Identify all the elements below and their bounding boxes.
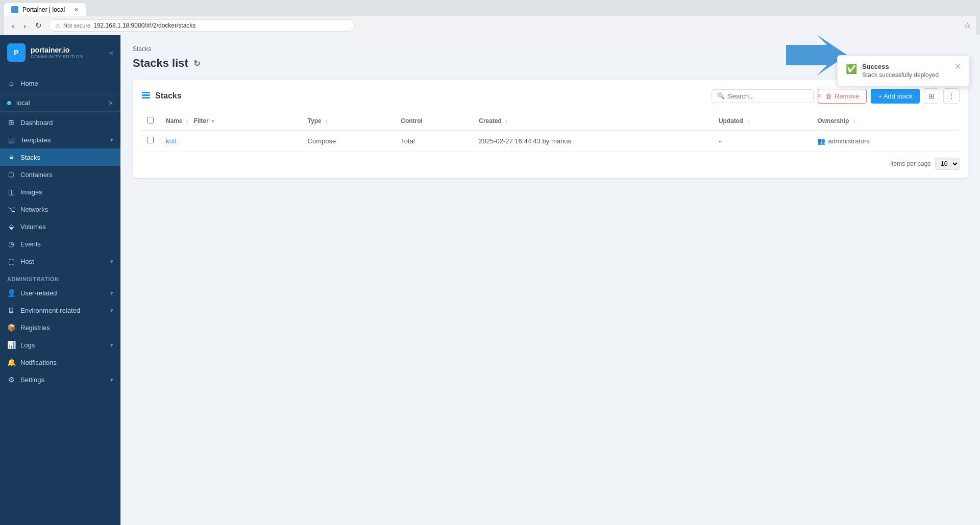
sidebar-item-logs[interactable]: 📊 Logs ▾ xyxy=(0,336,120,354)
table-row: kutt Compose Total 2025-02-27 16:44:43 b… xyxy=(141,131,960,152)
settings-label: Settings xyxy=(20,376,44,384)
search-input[interactable] xyxy=(728,92,814,100)
url-display: 192.168.1.18:9000/#!/2/docker/stacks xyxy=(93,22,195,29)
host-icon: ⬚ xyxy=(7,257,15,265)
search-box[interactable]: 🔍 ✕ xyxy=(712,89,814,103)
environment-related-label: Environment-related xyxy=(20,307,80,314)
environment-related-chevron: ▾ xyxy=(110,307,113,314)
logs-label: Logs xyxy=(20,341,35,349)
toast-success-icon: ✅ xyxy=(846,63,857,74)
sidebar-nav: ⌂ Home local ✕ ⊞ Dashboard ▤ Templates ▾… xyxy=(0,70,120,392)
remove-button[interactable]: 🗑 Remove xyxy=(818,89,867,104)
sidebar-item-networks[interactable]: ⌥ Networks xyxy=(0,201,120,218)
select-all-checkbox[interactable] xyxy=(147,117,154,123)
row-created: 2025-02-27 16:44:43 by marius xyxy=(473,131,713,152)
sidebar-environment[interactable]: local ✕ xyxy=(0,94,120,112)
volumes-label: Volumes xyxy=(20,223,46,231)
host-label: Host xyxy=(20,258,34,265)
sidebar-item-images[interactable]: ◫ Images xyxy=(0,183,120,201)
table-header: Name ↓ Filter ▼ Type ↕ Control xyxy=(141,112,960,131)
row-checkbox[interactable] xyxy=(147,137,154,143)
sidebar-item-stacks[interactable]: ≡ Stacks xyxy=(0,148,120,166)
svg-rect-2 xyxy=(142,97,150,98)
browser-chrome: Portainer | local ✕ ‹ › ↻ ⚠ Not secure 1… xyxy=(0,0,980,35)
svg-rect-0 xyxy=(142,92,150,93)
tab-favicon xyxy=(11,6,18,13)
add-stack-button[interactable]: + Add stack xyxy=(871,89,920,104)
row-control: Total xyxy=(395,131,473,152)
sidebar-item-dashboard[interactable]: ⊞ Dashboard xyxy=(0,114,120,131)
name-sort-icon: ↓ xyxy=(186,118,189,124)
sidebar-item-settings[interactable]: ⚙ Settings ▾ xyxy=(0,371,120,388)
toast-content: Success Stack successfully deployed xyxy=(862,63,949,79)
row-checkbox-cell[interactable] xyxy=(141,131,160,152)
events-label: Events xyxy=(20,240,41,248)
logo-text: portainer.io COMMUNITY EDITION xyxy=(31,46,83,59)
stacks-actions: 🔍 ✕ 🗑 Remove + Add stack ⊞ ⋮ xyxy=(712,88,960,104)
select-all-header[interactable] xyxy=(141,112,160,131)
forward-button[interactable]: › xyxy=(21,20,29,31)
add-stack-label: + Add stack xyxy=(878,92,913,100)
view-toggle-button[interactable]: ⊞ xyxy=(924,88,939,104)
ownership-sort-icon: ↕ xyxy=(853,118,855,124)
toast-close-button[interactable]: ✕ xyxy=(954,63,961,71)
col-name[interactable]: Name ↓ Filter ▼ xyxy=(160,112,302,131)
templates-chevron: ▾ xyxy=(110,137,113,143)
sidebar-collapse-btn[interactable]: « xyxy=(109,48,113,57)
networks-icon: ⌥ xyxy=(7,205,15,213)
row-name: kutt xyxy=(160,131,302,152)
browser-tab[interactable]: Portainer | local ✕ xyxy=(4,3,86,16)
col-type[interactable]: Type ↕ xyxy=(302,112,395,131)
logs-chevron: ▾ xyxy=(110,342,113,348)
sidebar-item-templates[interactable]: ▤ Templates ▾ xyxy=(0,131,120,148)
col-ownership[interactable]: Ownership ↕ xyxy=(811,112,960,131)
host-chevron: ▾ xyxy=(110,258,113,265)
sidebar-item-containers[interactable]: ⬡ Containers xyxy=(0,166,120,183)
env-close-icon[interactable]: ✕ xyxy=(108,99,113,107)
sidebar-item-registries[interactable]: 📦 Registries xyxy=(0,319,120,336)
search-icon: 🔍 xyxy=(717,92,725,99)
updated-sort-icon: ↕ xyxy=(747,118,749,124)
reload-button[interactable]: ↻ xyxy=(33,20,44,31)
refresh-icon[interactable]: ↻ xyxy=(193,59,200,68)
env-dot xyxy=(7,101,11,105)
sidebar-item-volumes[interactable]: ⬙ Volumes xyxy=(0,218,120,235)
templates-label: Templates xyxy=(20,136,51,144)
row-type: Compose xyxy=(302,131,395,152)
sidebar-item-host[interactable]: ⬚ Host ▾ xyxy=(0,253,120,270)
stacks-panel: Stacks 🔍 ✕ 🗑 Remove + Add stack xyxy=(133,80,968,178)
sidebar-item-user-related[interactable]: 👤 User-related ▾ xyxy=(0,284,120,302)
sidebar-item-environment-related[interactable]: 🖥 Environment-related ▾ xyxy=(0,302,120,319)
filter-icon[interactable]: ▼ xyxy=(210,118,215,124)
logs-icon: 📊 xyxy=(7,341,15,349)
more-options-button[interactable]: ⋮ xyxy=(943,88,960,104)
sidebar-item-events[interactable]: ◷ Events xyxy=(0,235,120,253)
notifications-label: Notifications xyxy=(20,359,57,366)
sidebar-item-notifications[interactable]: 🔔 Notifications xyxy=(0,354,120,371)
filter-label[interactable]: Filter xyxy=(193,117,208,124)
images-label: Images xyxy=(20,188,42,196)
sidebar: P portainer.io COMMUNITY EDITION « ⌂ Hom… xyxy=(0,35,120,525)
volumes-icon: ⬙ xyxy=(7,222,15,231)
security-icon: ⚠ xyxy=(55,22,60,29)
stacks-icon: ≡ xyxy=(7,153,15,161)
tab-close-btn[interactable]: ✕ xyxy=(74,7,79,13)
col-created[interactable]: Created ↕ xyxy=(473,112,713,131)
svg-rect-1 xyxy=(142,94,150,96)
stack-name-link[interactable]: kutt xyxy=(166,137,177,145)
tab-title: Portainer | local xyxy=(22,6,65,13)
col-updated[interactable]: Updated ↕ xyxy=(713,112,812,131)
settings-icon: ⚙ xyxy=(7,376,15,384)
address-bar[interactable]: ⚠ Not secure 192.168.1.18:9000/#!/2/dock… xyxy=(48,19,355,32)
row-updated: - xyxy=(713,131,812,152)
sidebar-item-home[interactable]: ⌂ Home xyxy=(0,74,120,92)
containers-icon: ⬡ xyxy=(7,170,15,179)
back-button[interactable]: ‹ xyxy=(9,20,17,31)
items-per-page-select[interactable]: 10 25 50 xyxy=(935,158,960,170)
stacks-header: Stacks 🔍 ✕ 🗑 Remove + Add stack xyxy=(141,88,960,104)
bookmark-icon[interactable]: ☆ xyxy=(964,21,971,31)
table-body: kutt Compose Total 2025-02-27 16:44:43 b… xyxy=(141,131,960,152)
col-control[interactable]: Control xyxy=(395,112,473,131)
logo-main: portainer.io xyxy=(31,46,83,54)
user-related-label: User-related xyxy=(20,289,57,297)
